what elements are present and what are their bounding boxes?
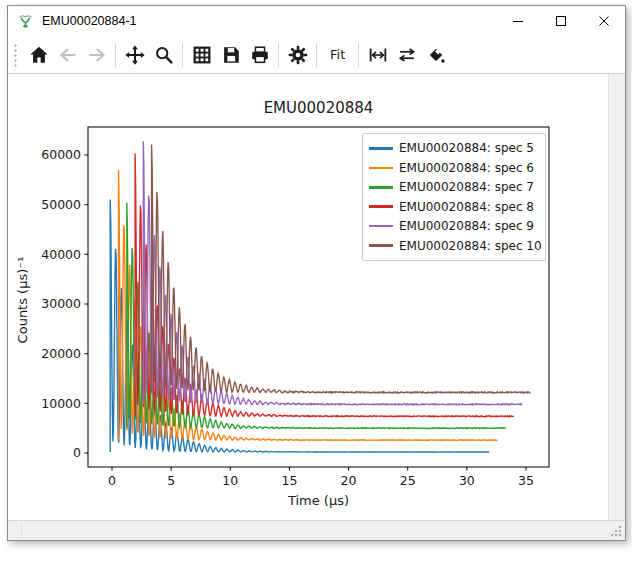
fit-button[interactable]: Fit [321,41,354,69]
toolbar-separator [358,43,359,67]
figure-canvas[interactable]: 0510152025303501000020000300004000050000… [8,74,608,520]
forward-arrow-icon [86,44,108,66]
toolbar-separator [278,43,279,67]
grid-button[interactable] [187,40,216,70]
x-axis-label: Time (μs) [287,493,349,508]
titlebar[interactable]: EMU00020884-1 [8,6,625,36]
y-tick-label: 30000 [41,296,81,311]
minimize-button[interactable] [496,6,539,36]
statusbar [8,520,625,540]
x-tick-label: 10 [222,473,238,488]
x-tick-label: 25 [400,473,416,488]
legend-line-sample [369,225,393,228]
pan-icon [124,44,146,66]
zoom-button[interactable] [149,40,178,70]
x-range-icon [367,44,389,66]
toolbar-separator [115,43,116,67]
canvas-gutter [608,74,625,520]
toolbar-drag-handle[interactable] [12,42,19,68]
back-arrow-icon [57,44,79,66]
legend-line-sample [369,244,393,247]
legend-line-sample [369,167,393,170]
legend-entry: EMU00020884: spec 10 [369,239,539,253]
legend-entry: EMU00020884: spec 5 [369,141,539,155]
x-range-button[interactable] [363,40,392,70]
printer-icon [249,44,271,66]
x-tick-label: 0 [108,473,116,488]
plot-legend: EMU00020884: spec 5EMU00020884: spec 6EM… [362,133,546,261]
minimize-icon [512,15,524,27]
gear-icon [287,44,309,66]
resize-grip-icon[interactable] [609,524,622,537]
maximize-icon [555,15,567,27]
swap-arrows-icon [396,44,418,66]
legend-entry: EMU00020884: spec 8 [369,200,539,214]
close-button[interactable] [582,6,625,36]
paint-bucket-icon [425,44,447,66]
legend-label: EMU00020884: spec 6 [399,161,534,175]
legend-label: EMU00020884: spec 7 [399,180,534,194]
y-tick-label: 40000 [41,247,81,262]
save-icon [220,44,242,66]
back-button[interactable] [53,40,82,70]
y-tick-label: 0 [73,445,81,460]
window-controls [496,6,625,36]
customize-button[interactable] [283,40,312,70]
home-icon [28,44,50,66]
y-tick-label: 50000 [41,197,81,212]
fill-color-button[interactable] [421,40,450,70]
legend-line-sample [369,186,393,189]
x-tick-label: 30 [459,473,475,488]
plot-title: EMU00020884 [264,99,374,117]
legend-label: EMU00020884: spec 10 [399,239,542,253]
x-tick-label: 20 [341,473,357,488]
legend-entry: EMU00020884: spec 7 [369,180,539,194]
window-title: EMU00020884-1 [42,14,137,28]
x-tick-label: 5 [167,473,175,488]
pan-button[interactable] [120,40,149,70]
legend-line-sample [369,147,393,150]
save-button[interactable] [216,40,245,70]
plot-toolbar: Fit [8,36,625,74]
forward-button[interactable] [82,40,111,70]
statusbar-separator [21,525,22,536]
legend-entry: EMU00020884: spec 9 [369,219,539,233]
legend-entry: EMU00020884: spec 6 [369,161,539,175]
y-tick-label: 60000 [41,147,81,162]
legend-label: EMU00020884: spec 8 [399,200,534,214]
legend-line-sample [369,205,393,208]
grid-icon [191,44,213,66]
home-button[interactable] [24,40,53,70]
close-icon [598,15,610,27]
toolbar-separator [316,43,317,67]
x-tick-label: 35 [518,473,534,488]
y-tick-label: 10000 [41,396,81,411]
maximize-button[interactable] [539,6,582,36]
y-axis-label: Counts (μs)⁻¹ [15,257,30,344]
magnifier-icon [153,44,175,66]
legend-label: EMU00020884: spec 5 [399,141,534,155]
print-button[interactable] [245,40,274,70]
legend-label: EMU00020884: spec 9 [399,219,534,233]
y-tick-label: 20000 [41,346,81,361]
mantid-logo-icon [17,13,34,30]
toolbar-separator [182,43,183,67]
x-tick-label: 15 [281,473,297,488]
plot-window: EMU00020884-1 [7,5,626,541]
swap-axes-button[interactable] [392,40,421,70]
